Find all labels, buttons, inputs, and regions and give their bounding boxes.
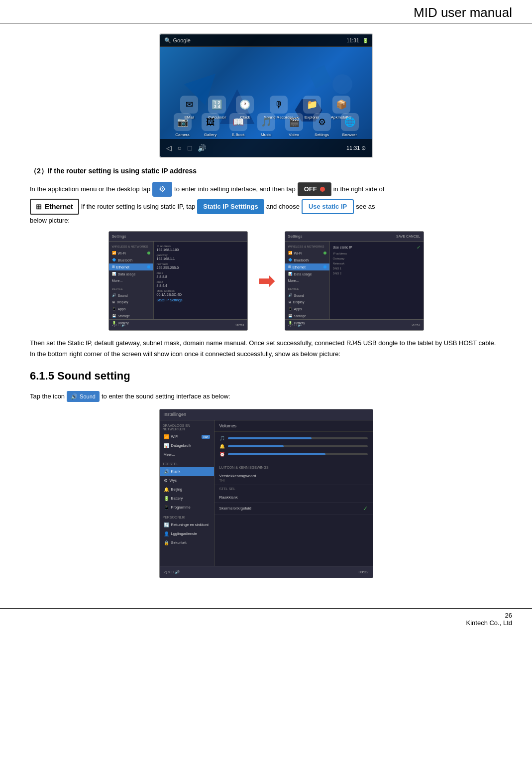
- ss-right-gateway-field: Gateway: [333, 257, 421, 260]
- ss-ip-val: 192.168.1.100: [157, 248, 244, 252]
- browser-label: Browser: [342, 132, 357, 137]
- music-label: Music: [261, 132, 271, 137]
- storage-icon: 💾: [112, 314, 116, 318]
- ebook-icon: 📖 E-Book: [229, 113, 247, 137]
- camera-icon-img: 📷: [174, 113, 192, 131]
- gallery-icon: 🖼 Gallery: [202, 113, 219, 137]
- bss-notif-progress: [228, 445, 284, 447]
- ss-sound-label: Sound: [118, 294, 128, 297]
- bg-shape-4: [332, 74, 352, 94]
- ss-netmask-label: netmask: [157, 262, 244, 265]
- nav-icons: ◁ ○ □ 🔊: [166, 144, 207, 152]
- email-icon-img: ✉: [180, 96, 198, 114]
- ss-right-actions: SAVE CANCEL: [396, 235, 421, 238]
- recent-nav-icon: □: [188, 144, 192, 152]
- ss-datausage-item: 📊 Data usage: [109, 270, 153, 277]
- company-name: Kintech Co., Ltd: [466, 619, 513, 627]
- ss-gateway-field: gateway 192.168.1.1: [157, 254, 244, 260]
- explorer-icon-img: 📁: [303, 96, 321, 114]
- bg-shape-2: [304, 61, 335, 93]
- bss-sound-label: Klank: [171, 469, 181, 474]
- ss-dns1-field: dns1 8.8.8.8: [157, 271, 244, 278]
- use-static-button: Use static IP: [302, 199, 354, 214]
- ss-right-wifi-label: Wi-Fi: [294, 252, 302, 255]
- bss-datausage-item: 📊 Datagebruik: [160, 441, 214, 450]
- ss-left-main: IP address 192.168.1.100 gateway 192.168…: [154, 242, 247, 319]
- bss-vol-row-2: 🔔: [219, 444, 368, 449]
- ss-dns1-label: dns1: [157, 271, 244, 274]
- bss-verstekkerwag-text: Verstekkerwagwoord THI: [219, 474, 256, 482]
- bss-wifi-label: WiFi: [171, 434, 179, 439]
- ss-right-dns1-field: DNS 1: [333, 267, 421, 270]
- music-icon-img: 🎵: [257, 113, 275, 131]
- ss-ip-label: IP address: [157, 245, 244, 248]
- ebook-label: E-Book: [231, 132, 244, 137]
- sound-settings-box: Instellingen DRAADLOOS EN NETWERKEN 📶 Wi…: [159, 409, 373, 578]
- ss-left-nav: ◁ ○ □ 🔊: [112, 323, 126, 327]
- bss-rekuninge-label: Rekuninge en sinkkoni: [171, 522, 209, 527]
- bss-music-slider[interactable]: [228, 437, 368, 439]
- wifi-icon: 📶: [112, 251, 116, 255]
- bss-volume-sliders: 🎵 🔔 ⏰: [214, 432, 373, 464]
- bss-notif-slider[interactable]: [228, 445, 368, 447]
- ss-right-storage-item: 💾 Storage: [285, 312, 329, 319]
- bss-skermsloitk-label: Skermsloitklgeluid: [219, 506, 251, 511]
- ss-more-item: More...: [109, 277, 153, 284]
- bss-more-label: Meer...: [164, 452, 175, 457]
- desktop-icons-row2: 📷 Camera 🖼 Gallery 📖 E-Book 🎵 Music 🎬: [160, 113, 372, 137]
- ss-dns2-label: dns2: [157, 280, 244, 283]
- para2-pre: If the router setting is using static IP…: [81, 200, 196, 214]
- sound-instruction-para: Tap the icon 🔊 Sound to enter the sound …: [30, 389, 502, 404]
- page-number: 26: [466, 612, 513, 619]
- sound-icon: 🔊: [112, 293, 116, 297]
- wifi-right-icon: 📶: [288, 251, 293, 255]
- ss-sound-item: 🔊 Sound: [109, 292, 153, 299]
- ss-gateway-val: 192.168.1.1: [157, 257, 244, 260]
- browser-icon: 🌐 Browser: [341, 113, 359, 137]
- footer-content: 26 Kintech Co., Ltd: [466, 612, 513, 627]
- ss-check-icon: ✓: [417, 245, 421, 250]
- settings-inline-icon: ⚙: [152, 182, 172, 197]
- bss-verstekkerwag-label: Verstekkerwagwoord: [219, 474, 256, 478]
- bss-battery-item: 🔋 Battery: [160, 494, 214, 503]
- bss-sidebar: DRAADLOOS EN NETWERKEN 📶 WiFi Aan 📊 Data…: [160, 420, 214, 566]
- ethernet-right-badge: [323, 265, 326, 268]
- top-screenshot-container: 🔍 Google 11:31 🔋 ✉ EMail: [30, 33, 502, 158]
- gallery-label: Gallery: [204, 132, 216, 137]
- instruction-para-1: In the application menu or the desktop t…: [30, 182, 502, 197]
- ss-right-dns2-label: DNS 2: [333, 272, 421, 275]
- settings-screenshots-row: Settings WIRELESS & NETWORKS 📶 Wi-Fi 🔷 B…: [30, 231, 502, 331]
- ss-netmask-val: 255.255.255.0: [157, 266, 244, 269]
- bss-lggin-item: 👤 Lggiingadienste: [160, 529, 214, 538]
- bss-programme-label: Programme: [171, 505, 191, 510]
- bss-sound-icon: 🔊: [164, 469, 169, 474]
- apps-right-icon: 📱: [288, 307, 293, 311]
- para1-pre: In the application menu or the desktop t…: [30, 182, 150, 197]
- bss-sekuriteit-label: Sekuriteit: [171, 540, 187, 545]
- bss-lggin-icon: 👤: [164, 531, 169, 536]
- ss-right-main: Use static IP ✓ IP address Gateway Netma…: [330, 242, 424, 319]
- ss-use-static-row: Use static IP ✓: [333, 245, 421, 250]
- sound-label: Sound: [80, 390, 96, 402]
- ss-ip-field: IP address 192.168.1.100: [157, 245, 244, 252]
- para1-mid: to enter into setting interface, and the…: [174, 182, 296, 197]
- ss-apps-item: 📱 Apps: [109, 305, 153, 312]
- google-label: Google: [173, 37, 191, 43]
- bss-volumes-label: Volumes: [219, 423, 237, 428]
- off-button: OFF: [298, 182, 331, 196]
- ss-display-label: Display: [117, 300, 128, 304]
- ss-right-bluetooth-label: Bluetooth: [294, 258, 309, 262]
- music-icon: 🎵 Music: [257, 113, 275, 137]
- ss-mac-field: MAC address 00:1A:2B:3C:4D: [157, 289, 244, 296]
- volume-icon: 🔊: [71, 390, 78, 402]
- settings-icon: ⚙ Settings: [313, 113, 331, 137]
- ss-right-netmask-label: Netmask: [333, 262, 421, 265]
- ss-right-apps-item: 📱 Apps: [285, 305, 329, 312]
- bss-alarm-slider[interactable]: [228, 453, 368, 455]
- ss-right-dns1-label: DNS 1: [333, 267, 421, 270]
- arrow-right-icon: ➡: [258, 269, 275, 292]
- ss-right-sidebar: WIRELESS & NETWORKS 📶 Wi-Fi 🔷 Bluetooth …: [285, 242, 330, 319]
- ss-right-bluetooth-item: 🔷 Bluetooth: [285, 257, 329, 263]
- screenshot-bottom-bar: ◁ ○ □ 🔊 11:31 ⊙: [160, 139, 372, 157]
- recorder-icon-img: 🎙: [270, 96, 288, 114]
